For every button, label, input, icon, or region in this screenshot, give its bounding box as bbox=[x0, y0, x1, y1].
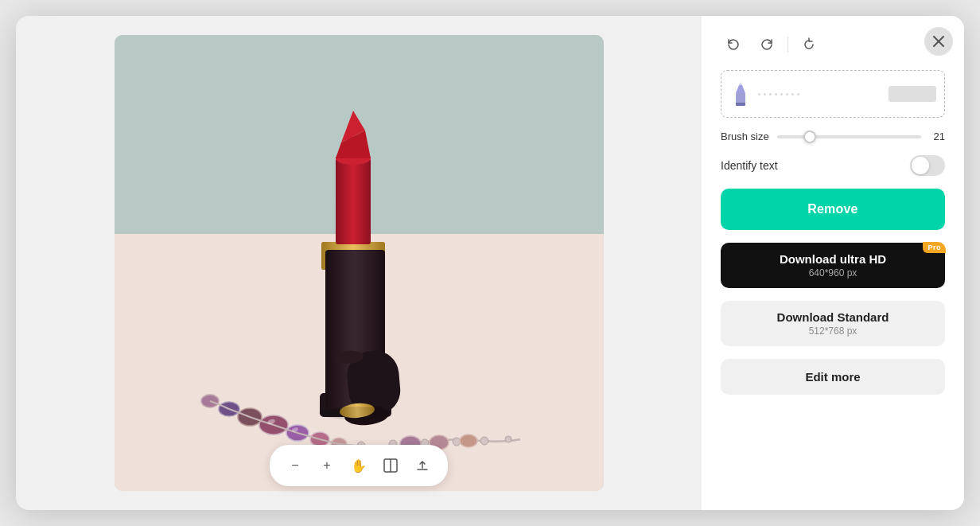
edit-toolbar bbox=[721, 32, 945, 57]
identify-text-row: Identify text bbox=[721, 155, 945, 176]
svg-rect-40 bbox=[736, 103, 745, 106]
image-toolbar: − + ✋ bbox=[270, 445, 448, 486]
svg-point-28 bbox=[505, 436, 511, 442]
upload-button[interactable] bbox=[408, 451, 437, 480]
svg-marker-38 bbox=[736, 85, 745, 93]
identify-text-label: Identify text bbox=[721, 159, 778, 172]
brush-canvas[interactable] bbox=[721, 70, 945, 118]
toggle-knob bbox=[912, 157, 929, 174]
image-container[interactable] bbox=[115, 35, 604, 491]
identify-text-toggle[interactable] bbox=[910, 155, 945, 176]
main-modal: − + ✋ bbox=[16, 16, 964, 510]
download-hd-title: Download ultra HD bbox=[733, 252, 932, 266]
brush-dots bbox=[758, 93, 882, 95]
redo-button[interactable] bbox=[754, 32, 780, 57]
refresh-button[interactable] bbox=[796, 32, 822, 57]
close-button[interactable] bbox=[924, 27, 953, 56]
brush-preview bbox=[889, 86, 936, 102]
brush-size-slider[interactable] bbox=[777, 135, 921, 138]
svg-point-27 bbox=[480, 437, 488, 445]
zoom-in-button[interactable]: + bbox=[313, 451, 341, 480]
undo-button[interactable] bbox=[721, 32, 746, 57]
download-hd-size: 640*960 px bbox=[733, 267, 932, 279]
svg-point-34 bbox=[319, 407, 391, 419]
download-std-size: 512*768 px bbox=[733, 325, 932, 337]
zoom-out-button[interactable]: − bbox=[281, 451, 309, 480]
pro-badge: Pro bbox=[923, 242, 946, 253]
split-view-button[interactable] bbox=[376, 451, 405, 480]
pan-button[interactable]: ✋ bbox=[344, 451, 373, 480]
svg-point-29 bbox=[460, 434, 477, 447]
brush-size-row: Brush size 21 bbox=[721, 131, 945, 142]
image-panel: − + ✋ bbox=[16, 16, 702, 510]
brush-cursor-icon bbox=[729, 80, 752, 107]
brush-size-label: Brush size bbox=[721, 131, 769, 142]
svg-rect-7 bbox=[336, 158, 371, 244]
remove-button[interactable]: Remove bbox=[721, 189, 945, 230]
download-standard-button[interactable]: Download Standard 512*768 px bbox=[721, 301, 945, 346]
edit-more-button[interactable]: Edit more bbox=[721, 359, 945, 395]
svg-marker-39 bbox=[739, 82, 742, 85]
right-panel: Brush size 21 Identify text Remove Pro D… bbox=[702, 16, 964, 510]
download-std-title: Download Standard bbox=[733, 310, 932, 324]
svg-rect-37 bbox=[736, 93, 745, 104]
brush-size-value: 21 bbox=[929, 131, 945, 142]
toolbar-separator bbox=[788, 37, 788, 53]
download-hd-button[interactable]: Pro Download ultra HD 640*960 px bbox=[721, 243, 945, 288]
